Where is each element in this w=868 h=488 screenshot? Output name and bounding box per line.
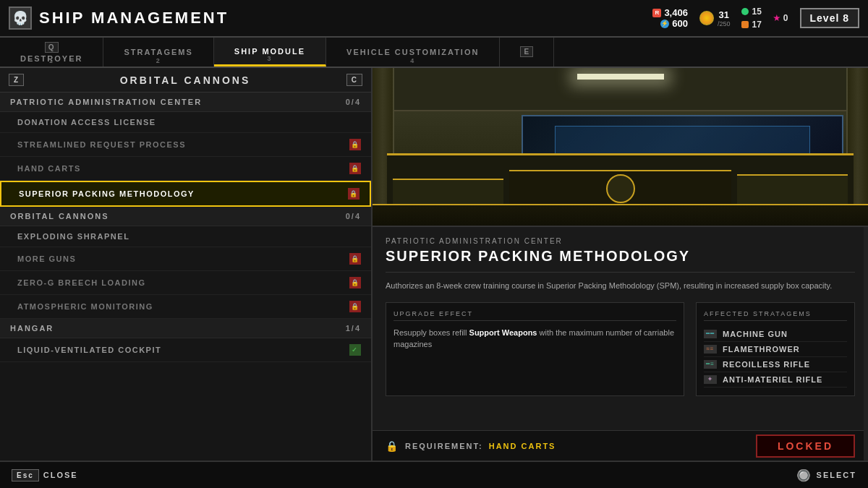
section-name-hangar: HANGAR (10, 324, 54, 333)
list-item[interactable]: EXPLODING SHRAPNEL (0, 226, 371, 247)
skull-icon: 💀 (9, 7, 32, 30)
recoilless-rifle-icon: ━≡ (704, 360, 717, 369)
close-label: CLOSE (43, 471, 78, 479)
requirement-label: REQUIREMENT: (405, 442, 483, 450)
tab-e[interactable]: E (500, 38, 554, 67)
affected-stratagems-box: AFFECTED STRATAGEMS ━━ MACHINE GUN ≈≡ FL… (696, 302, 855, 396)
tab-label-stratagems: STRATAGEMS (124, 48, 192, 56)
room-scene (373, 68, 868, 226)
item-label: EXPLODING SHRAPNEL (17, 232, 129, 241)
green-icon (741, 8, 749, 15)
list-item[interactable]: ZERO-G BREECH LOADING 🔒 (0, 271, 371, 295)
requirement-value: HAND CARTS (489, 442, 556, 450)
header: 💀 SHIP MANAGEMENT R 3,406 ⚡ 600 31 /250 (0, 0, 868, 38)
item-label: ATMOSPHERIC MONITORING (17, 302, 153, 311)
list-item[interactable]: DONATION ACCESS LICENSE (0, 112, 371, 133)
lock-icon: 🔒 (348, 188, 359, 200)
tab-vehicle-customization[interactable]: VEHICLE CUSTOMIZATION 4 (326, 38, 500, 67)
flamethrower-icon: ≈≡ (704, 345, 717, 354)
pink-count: 0 (783, 13, 788, 23)
list-item-selected[interactable]: SUPERIOR PACKING METHODOLOGY 🔒 (0, 181, 371, 207)
tab-ship-module[interactable]: SHIP MODULE 3 (214, 38, 326, 67)
resource-bar: R 3,406 ⚡ 600 31 /250 15 17 (652, 7, 859, 30)
tab-num-1: 1 (49, 57, 54, 64)
orange-count: 17 (752, 20, 761, 30)
section-count-hangar: 1/4 (346, 324, 361, 333)
lock-icon: 🔒 (349, 163, 361, 174)
item-label: LIQUID-VENTILATED COCKPIT (17, 346, 161, 354)
panel-key-z: Z (9, 74, 24, 86)
list-item[interactable]: MORE GUNS 🔒 (0, 247, 371, 271)
section-name-pac: PATRIOTIC ADMINISTRATION CENTER (10, 98, 202, 106)
affected-stratagems-title: AFFECTED STRATAGEMS (704, 310, 847, 321)
misc-resources: 15 17 (741, 7, 761, 30)
lock-icon-small: 🔒 (386, 440, 399, 452)
antimaterial-rifle-icon: ✦ (704, 375, 717, 384)
star-resources: 0 (773, 13, 788, 23)
detail-title: SUPERIOR PACKING METHODOLOGY (386, 248, 855, 273)
section-header-pac: PATRIOTIC ADMINISTRATION CENTER 0/4 (0, 93, 371, 112)
tab-label-vehicle: VEHICLE CUSTOMIZATION (346, 48, 479, 56)
locked-button[interactable]: LOCKED (756, 435, 855, 458)
stratagem-item: ≈≡ FLAMETHROWER (704, 342, 847, 357)
select-icon: 🔘 (796, 468, 812, 482)
panel-key-c: C (346, 74, 362, 86)
stratagem-label: FLAMETHROWER (723, 345, 800, 354)
r-icon: R (652, 9, 661, 17)
left-panel: Z ORBITAL CANNONS C PATRIOTIC ADMINISTRA… (0, 68, 373, 461)
left-panel-header: Z ORBITAL CANNONS C (0, 68, 371, 93)
detail-section: PATRIOTIC ADMINISTRATION CENTER SUPERIOR… (373, 227, 868, 430)
lock-icon: 🔒 (349, 253, 361, 265)
stratagem-label: MACHINE GUN (723, 330, 788, 338)
upgrade-effect-title: UPGRADE EFFECT (393, 310, 676, 321)
tab-num-3: 3 (267, 55, 272, 62)
lock-icon: 🔒 (349, 277, 361, 288)
tab-stratagems[interactable]: STRATAGEMS 2 (103, 38, 213, 67)
r-resource-group: R 3,406 ⚡ 600 (652, 7, 688, 29)
lock-icon: 🔒 (349, 301, 361, 312)
stratagem-label: RECOILLESS RIFLE (723, 360, 810, 369)
bolt-icon: ⚡ (660, 20, 669, 28)
stratagem-item: ━━ MACHINE GUN (704, 327, 847, 342)
bolt-amount: 600 (672, 18, 688, 29)
upgrade-effect-box: UPGRADE EFFECT Resupply boxes refill Sup… (386, 302, 684, 396)
tab-destroyer[interactable]: Q DESTROYER 1 (0, 38, 103, 67)
pink-icon (773, 14, 780, 22)
list-item[interactable]: ATMOSPHERIC MONITORING 🔒 (0, 295, 371, 319)
list-item[interactable]: LIQUID-VENTILATED COCKPIT ✓ (0, 338, 371, 362)
item-label: HAND CARTS (17, 164, 81, 173)
panel-title: ORBITAL CANNONS (120, 74, 251, 86)
tab-key-e: E (520, 46, 533, 57)
orange-icon (741, 21, 749, 28)
item-label: STREAMLINED REQUEST PROCESS (17, 140, 186, 149)
section-count-pac: 0/4 (346, 98, 361, 106)
check-icon: ✓ (349, 344, 361, 356)
section-name-orbital: ORBITAL CANNONS (10, 212, 109, 221)
section-header-orbital: ORBITAL CANNONS 0/4 (0, 207, 371, 226)
app-title: SHIP MANAGEMENT (39, 9, 229, 27)
preview-image (373, 68, 868, 227)
stratagem-item: ✦ ANTI-MATERIEL RIFLE (704, 372, 847, 388)
tab-num-2: 2 (156, 57, 161, 64)
item-label: SUPERIOR PACKING METHODOLOGY (19, 189, 195, 198)
item-label: ZERO-G BREECH LOADING (17, 278, 146, 287)
room-light (577, 74, 664, 80)
detail-category: PATRIOTIC ADMINISTRATION CENTER (386, 237, 855, 245)
detail-columns: UPGRADE EFFECT Resupply boxes refill Sup… (386, 302, 855, 396)
requirement-bar: 🔒 REQUIREMENT: HAND CARTS LOCKED (373, 430, 868, 461)
esc-key: Esc (12, 469, 39, 481)
tab-key-q: Q (45, 42, 59, 53)
item-label: DONATION ACCESS LICENSE (17, 118, 156, 127)
section-count-orbital: 0/4 (346, 212, 361, 221)
select-action[interactable]: 🔘 SELECT (796, 468, 856, 482)
list-item[interactable]: HAND CARTS 🔒 (0, 157, 371, 181)
green-count: 15 (752, 7, 761, 17)
stratagem-label: ANTI-MATERIEL RIFLE (723, 375, 822, 384)
lock-icon: 🔒 (349, 139, 361, 150)
list-item[interactable]: STREAMLINED REQUEST PROCESS 🔒 (0, 133, 371, 157)
nav-tabs: Q DESTROYER 1 STRATAGEMS 2 SHIP MODULE 3… (0, 38, 868, 68)
main-content: Z ORBITAL CANNONS C PATRIOTIC ADMINISTRA… (0, 68, 868, 461)
close-action[interactable]: Esc CLOSE (12, 469, 78, 481)
requirement-text: 🔒 REQUIREMENT: HAND CARTS (386, 440, 556, 452)
machine-gun-icon: ━━ (704, 330, 717, 338)
